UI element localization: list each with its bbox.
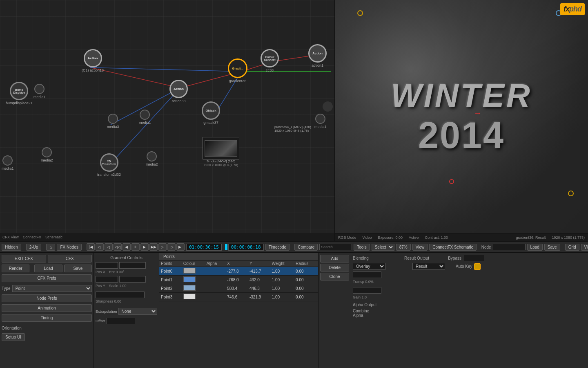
pause-btn[interactable]: ⏸ [131,243,140,251]
play-btn[interactable]: ▶ [140,243,149,251]
view2-btn[interactable]: View [581,244,588,251]
cfx-prefs-btn[interactable]: CFX Prefs [2,274,92,282]
node-action18[interactable]: Action (C1) action18 [82,49,104,72]
render-btn[interactable]: Render [2,265,29,272]
node-media3[interactable]: media3 [107,114,119,129]
toolbar-row-1: Hidden 2-Up ⌂ FX Nodes |◀ ◁| ◁ ◁◁ ◀ ⏸ ▶ … [0,241,588,253]
node-media-right[interactable]: media1 [314,114,327,129]
node-media-bot1[interactable]: media2 [41,147,53,162]
load-node-btn[interactable]: Load [527,244,543,251]
node-media-bot2[interactable]: media1 [2,155,14,171]
gradient-controls: Gradient Controls 0.0 0.00° Pos X Rot 0.… [94,253,159,368]
zoom-btn[interactable]: 87% [396,244,411,251]
cfx-btn[interactable]: CFX [48,255,92,263]
load-btn[interactable]: Load [34,265,62,272]
sharpness-input[interactable]: 0.00 [96,292,145,298]
node-graph[interactable]: Action (C1) action18 Action action33 Gra… [0,0,335,241]
animation-btn[interactable]: Animation [2,304,92,312]
gain-row: 1.0 [353,287,586,294]
alpha-output-row: Alpha Output [353,303,586,307]
hidden-btn[interactable]: Hidden [2,244,21,251]
save-node-btn[interactable]: Save [544,244,560,251]
table-row[interactable]: Point0 -277.8 -413.7 1.00 0.00 [159,267,318,276]
node-text: Node [481,245,491,249]
offset-input[interactable]: None 0.00% [107,318,135,324]
node-label-action1: action1 [312,63,323,67]
grid-btn[interactable]: Grid [565,244,579,251]
combine-alpha-label: Combine Alpha [353,309,377,318]
node-action33[interactable]: Action action33 [169,80,188,103]
node-transform2d32[interactable]: 2DTransform transform2d32 [97,153,121,177]
pos-x-input[interactable]: 0.0 [96,262,118,269]
pos-x-row: 0.0 0.00° [96,262,157,269]
node-media2[interactable]: media2 [146,151,158,166]
alpha-output-label: Alpha Output [353,303,377,307]
cfx-view-label: CFX View [2,235,19,239]
table-row[interactable]: Point3 746.6 -321.9 1.00 0.00 [159,293,318,301]
transp-input[interactable]: 0.0% [353,272,381,278]
bypass-label: Bypass [448,256,461,260]
play-rev-btn[interactable]: ◀ [122,243,131,251]
node-media-right2[interactable] [323,101,333,112]
col-y: Y [248,260,270,267]
extrap-select[interactable]: None [118,308,157,315]
smoke-preview-node[interactable]: Smoke [MOV] (310) 1920 x 1080 @ 8 (1.78) [203,137,239,167]
scale-input[interactable]: 1.00 [119,276,146,283]
node-gradient36[interactable]: Gradi... gradient36 [228,58,247,83]
save-btn[interactable]: Save [64,265,92,272]
add-btn[interactable]: Add [320,255,349,263]
prev-key-btn[interactable]: ◁| [96,243,104,251]
prev-frame-btn[interactable]: ◁ [105,243,113,251]
result-select[interactable]: Result [412,263,445,270]
extrap-row: Extrapolation None [96,308,157,315]
active-label: Active [409,236,419,240]
transp-label: Transp 0.0% [353,280,586,284]
compare-btn[interactable]: Compare [294,244,318,251]
clone-btn[interactable]: Clone [320,273,349,280]
node-gmask37[interactable]: GMask gmask37 [202,101,220,125]
skip-end-btn[interactable]: ▶| [176,243,185,251]
node-label-media1: media1 [139,121,151,125]
rot-input[interactable]: 0.00° [119,262,146,269]
pos-y-input[interactable]: 0.0 [96,276,118,283]
fx-nodes-btn[interactable]: FX Nodes [57,244,81,251]
node-label-action33: action33 [172,99,185,103]
preview-title: WINTER [391,77,532,114]
pos-y-row: 0.0 1.00 [96,276,157,283]
timing-btn[interactable]: Timing [2,314,92,322]
node-media-x1[interactable]: media1 [33,84,46,99]
setup-ui-btn[interactable]: Setup UI [2,333,25,341]
table-row[interactable]: Point1 -768.0 432.0 1.00 0.00 [159,276,318,284]
exit-cfx-btn[interactable]: EXIT CFX [2,255,46,263]
prev-btn[interactable]: ◁◁ [114,243,122,251]
home-btn[interactable]: ⌂ [46,244,55,251]
table-row[interactable]: Point2 580.4 446.3 1.00 0.00 [159,284,318,293]
node-label-media-right: media1 [314,125,327,129]
tools-btn[interactable]: Tools [354,244,370,251]
node-prefs-btn[interactable]: Node Prefs [2,294,92,302]
blend-mode-select[interactable]: Overlay Normal Add [353,263,385,270]
node-bump[interactable]: BumpDisplace bumpdisplace21 [6,82,33,105]
gain-input[interactable]: 1.0 [353,287,381,294]
connect-fx-schematic-btn[interactable]: ConnectFX Schematic [429,244,477,251]
layout-btn[interactable]: 2-Up [26,244,42,251]
node-cc38[interactable]: ColourConnect cc38 [261,49,279,72]
next-key-btn[interactable]: |▷ [167,243,176,251]
next-frame-btn[interactable]: ▷ [158,243,167,251]
view-btn[interactable]: View [412,244,428,251]
fwd-btn[interactable]: ▶▶ [149,243,158,251]
type-select[interactable]: Point [12,285,92,292]
search-input[interactable] [319,244,352,250]
select-dropdown[interactable]: Select [372,244,394,251]
bypass-input[interactable]: None [464,255,484,261]
result-output-label: Result Output [404,256,429,260]
node-action1[interactable]: Action action1 [308,44,327,67]
node-label-media-bot1: media2 [41,158,53,162]
node-media1[interactable]: media1 [139,110,151,125]
node-input[interactable]: gradient36 [493,244,526,250]
delete-btn[interactable]: Delete [320,264,349,272]
col-alpha: Alpha [205,260,225,267]
timecode-btn[interactable]: Timecode [265,244,290,251]
skip-start-btn[interactable]: |◀ [87,243,95,251]
points-tab[interactable]: Points [159,253,318,260]
